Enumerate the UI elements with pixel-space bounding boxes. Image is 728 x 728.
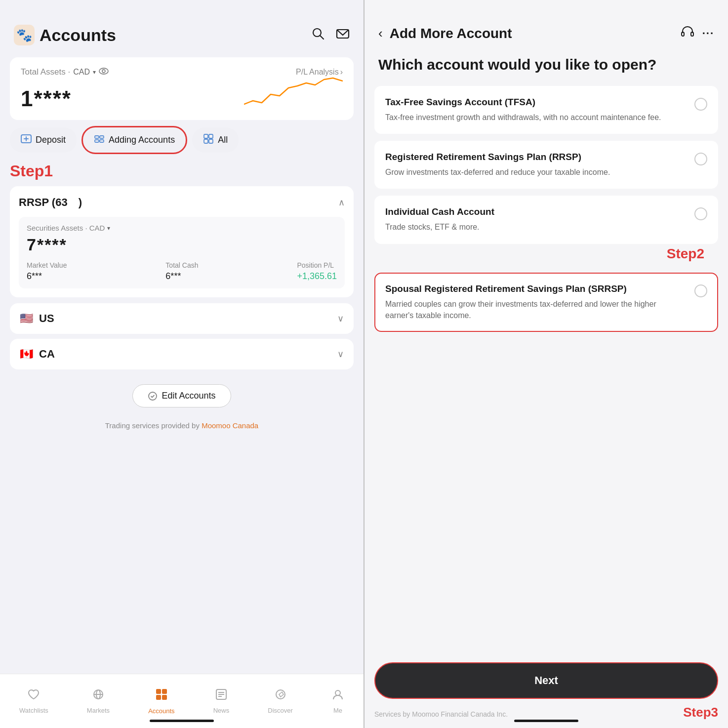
tfsa-radio[interactable]: [694, 98, 707, 111]
stats-row: Market Value 6*** Total Cash 6*** Positi…: [27, 261, 337, 282]
assets-label: Total Assets · CAD ▾: [21, 67, 109, 77]
assets-chart: [244, 77, 343, 109]
right-header-title: Add More Account: [390, 26, 512, 41]
srrsp-title: Spousal Registered Retirement Savings Pl…: [385, 283, 687, 294]
securities-card: Securities Assets · CAD ▾ 7**** Market V…: [19, 217, 345, 288]
rrsp-option[interactable]: Registered Retirement Savings Plan (RRSP…: [374, 141, 718, 189]
discover-label: Discover: [268, 707, 293, 714]
svg-rect-10: [95, 136, 99, 138]
rrsp-header: RRSP (63 ) ∧: [19, 195, 345, 210]
rrsp-section: RRSP (63 ) ∧ Securities Assets · CAD ▾ 7…: [10, 186, 354, 297]
right-bottom-bar: [514, 720, 578, 722]
srrsp-option[interactable]: Spousal Registered Retirement Savings Pl…: [374, 273, 718, 332]
rrsp-option-title: Registered Retirement Savings Plan (RRSP…: [385, 152, 687, 162]
me-label: Me: [333, 707, 342, 714]
account-options: Tax-Free Savings Account (TFSA) Tax-free…: [364, 86, 728, 656]
deposit-button[interactable]: Deposit: [10, 127, 77, 153]
adding-accounts-button[interactable]: Adding Accounts: [81, 126, 187, 154]
svg-line-3: [321, 36, 324, 39]
discover-icon: [274, 688, 287, 704]
me-icon: [331, 688, 344, 704]
tfsa-option[interactable]: Tax-Free Savings Account (TFSA) Tax-free…: [374, 86, 718, 134]
securities-amount: 7****: [27, 235, 337, 254]
us-market-row[interactable]: 🇺🇸 US ∨: [10, 303, 354, 334]
cad-dropdown-arrow[interactable]: ▾: [93, 69, 96, 76]
adding-accounts-label: Adding Accounts: [109, 135, 175, 145]
nav-watchlists[interactable]: Watchlists: [19, 688, 48, 714]
svg-rect-12: [100, 136, 104, 138]
nav-accounts[interactable]: Accounts: [148, 688, 174, 715]
individual-cash-desc: Trade stocks, ETF & more.: [385, 221, 687, 233]
search-icon[interactable]: [311, 27, 325, 44]
ca-label: CA: [39, 348, 55, 361]
svg-rect-23: [162, 689, 167, 694]
headset-icon[interactable]: [681, 25, 694, 42]
accounts-nav-icon: [155, 688, 168, 705]
securities-dropdown[interactable]: ▾: [107, 225, 110, 232]
tfsa-desc: Tax-free investment growth and withdrawa…: [385, 112, 687, 123]
left-header-icons: [311, 27, 350, 44]
us-flag-icon: 🇺🇸: [20, 312, 33, 325]
srrsp-desc: Married couples can grow their investmen…: [385, 298, 687, 321]
nav-discover[interactable]: Discover: [268, 688, 293, 714]
assets-label-row: Total Assets · CAD ▾ P/L Analysis ›: [21, 67, 343, 77]
watchlists-label: Watchlists: [19, 707, 48, 714]
tfsa-title: Tax-Free Savings Account (TFSA): [385, 97, 687, 108]
news-label: News: [213, 707, 230, 714]
total-cash-label: Total Cash: [165, 261, 198, 269]
total-assets-amount: 1****: [21, 86, 72, 111]
individual-cash-radio[interactable]: [694, 207, 707, 220]
svg-rect-25: [162, 695, 167, 700]
individual-cash-title: Individual Cash Account: [385, 206, 687, 217]
nav-me[interactable]: Me: [331, 688, 344, 714]
nav-news[interactable]: News: [213, 688, 230, 714]
mail-icon[interactable]: [336, 27, 350, 44]
eye-icon[interactable]: [99, 68, 109, 77]
market-value-value: 6***: [27, 271, 42, 281]
assets-card-inner: Total Assets · CAD ▾ P/L Analysis ›: [21, 67, 343, 111]
services-text: Services by Moomoo Financial Canada Inc.: [374, 706, 683, 719]
svg-rect-24: [156, 695, 161, 700]
pl-analysis-arrow: ›: [340, 68, 343, 77]
right-header-left: ‹ Add More Account: [378, 26, 512, 41]
securities-label-text: Securities Assets · CAD: [27, 224, 105, 232]
nav-markets[interactable]: Markets: [87, 688, 110, 714]
footer-row: Services by Moomoo Financial Canada Inc.…: [364, 703, 728, 728]
all-label: All: [218, 135, 228, 145]
deposit-icon: [21, 133, 32, 147]
right-header-icons: ···: [681, 25, 714, 42]
ca-market-left: 🇨🇦 CA: [20, 348, 55, 361]
pl-analysis[interactable]: P/L Analysis ›: [296, 68, 343, 77]
srrsp-radio[interactable]: [694, 284, 707, 297]
us-label: US: [39, 312, 54, 325]
action-row: Deposit Adding Accounts: [10, 126, 354, 154]
moomoo-link[interactable]: Moomoo Canada: [202, 421, 258, 430]
step3-label: Step3: [683, 705, 718, 720]
accounts-nav-label: Accounts: [148, 707, 174, 715]
trading-info-text: Trading services provided by: [105, 421, 202, 430]
all-button[interactable]: All: [192, 127, 239, 153]
svg-rect-17: [209, 139, 213, 143]
individual-cash-option[interactable]: Individual Cash Account Trade stocks, ET…: [374, 196, 718, 243]
pl-analysis-label: P/L Analysis: [296, 68, 339, 77]
next-button[interactable]: Next: [374, 662, 718, 699]
edit-accounts-label: Edit Accounts: [162, 391, 215, 401]
srrsp-text: Spousal Registered Retirement Savings Pl…: [385, 283, 687, 321]
back-arrow[interactable]: ‹: [378, 26, 383, 41]
left-header-title: Accounts: [40, 26, 116, 45]
svg-rect-15: [209, 134, 213, 138]
assets-card: Total Assets · CAD ▾ P/L Analysis ›: [10, 57, 354, 120]
svg-point-18: [149, 392, 157, 400]
svg-point-6: [102, 70, 105, 73]
left-bottom-bar: [150, 720, 214, 722]
rrsp-radio[interactable]: [694, 153, 707, 165]
edit-accounts-button[interactable]: Edit Accounts: [132, 384, 231, 407]
edit-icon: [148, 391, 158, 401]
ca-market-row[interactable]: 🇨🇦 CA ∨: [10, 339, 354, 369]
rrsp-chevron-up[interactable]: ∧: [338, 197, 345, 208]
more-icon[interactable]: ···: [702, 27, 714, 40]
svg-rect-22: [156, 689, 161, 694]
svg-point-2: [313, 29, 321, 37]
markets-label: Markets: [87, 707, 110, 714]
market-value-stat: Market Value 6***: [27, 261, 67, 282]
